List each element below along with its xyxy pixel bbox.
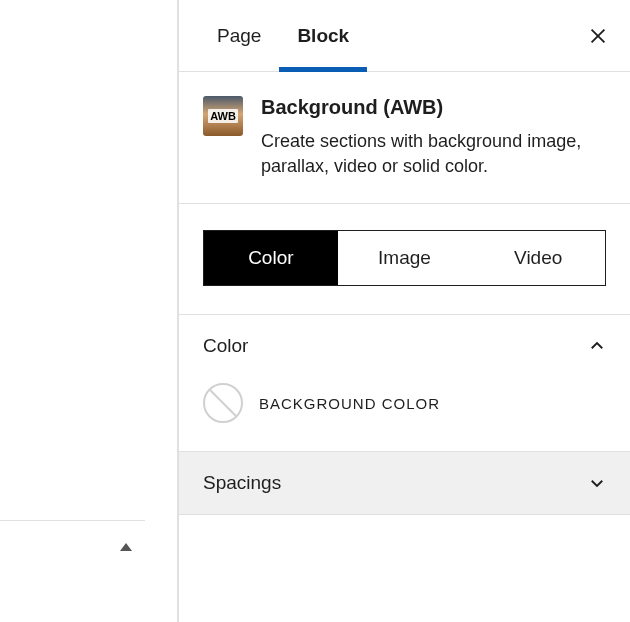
panel-spacings-title: Spacings [203, 472, 281, 494]
type-button-image-label: Image [378, 247, 431, 269]
type-button-video[interactable]: Video [471, 231, 605, 285]
panel-spacings-header[interactable]: Spacings [179, 452, 630, 514]
tab-page[interactable]: Page [199, 0, 279, 71]
block-card: AWB Background (AWB) Create sections wit… [179, 72, 630, 204]
block-info: Background (AWB) Create sections with ba… [261, 96, 602, 179]
editor-canvas-area [0, 0, 178, 622]
canvas-divider [0, 520, 145, 521]
background-color-label: BACKGROUND COLOR [259, 395, 440, 412]
tab-block-label: Block [297, 25, 349, 47]
tab-page-label: Page [217, 25, 261, 47]
caret-up-icon[interactable] [120, 543, 132, 551]
block-title: Background (AWB) [261, 96, 602, 119]
panel-color-title: Color [203, 335, 248, 357]
panel-color: Color BACKGROUND COLOR [179, 315, 630, 452]
settings-sidebar: Page Block AWB Background (AWB) Create s… [178, 0, 630, 622]
type-button-color[interactable]: Color [204, 231, 338, 285]
type-button-color-label: Color [248, 247, 293, 269]
block-icon-text: AWB [208, 109, 238, 123]
block-description: Create sections with background image, p… [261, 129, 602, 179]
close-icon [587, 25, 609, 47]
sidebar-tabs: Page Block [179, 0, 630, 72]
close-sidebar-button[interactable] [578, 16, 618, 56]
type-button-image[interactable]: Image [338, 231, 472, 285]
tab-block[interactable]: Block [279, 0, 367, 71]
chevron-up-icon [588, 337, 606, 355]
panel-spacings: Spacings [179, 452, 630, 515]
background-color-control[interactable]: BACKGROUND COLOR [179, 377, 630, 451]
color-swatch-none-icon [203, 383, 243, 423]
block-icon: AWB [203, 96, 243, 136]
background-type-row: Color Image Video [179, 204, 630, 315]
panel-color-header[interactable]: Color [179, 315, 630, 377]
background-type-toggle: Color Image Video [203, 230, 606, 286]
chevron-down-icon [588, 474, 606, 492]
type-button-video-label: Video [514, 247, 562, 269]
